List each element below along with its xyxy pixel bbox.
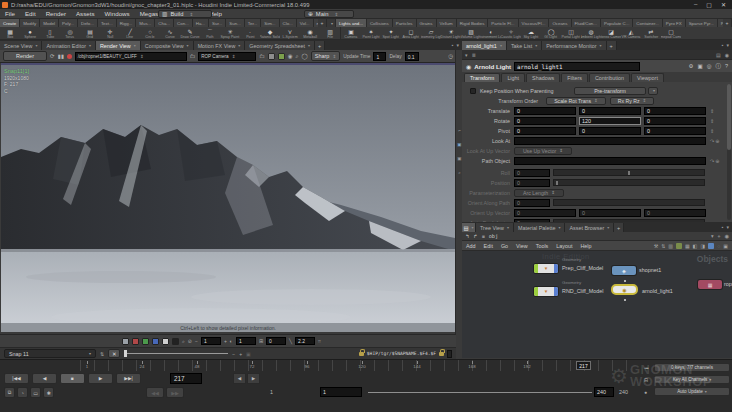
shelf-tool[interactable]: ◉ Metaball — [300, 27, 320, 39]
current-frame-field[interactable]: 217 — [170, 373, 202, 384]
network-menu-item[interactable]: View — [516, 243, 528, 249]
shelf-tab[interactable]: Defo... — [78, 19, 98, 27]
rop-output-select[interactable]: /obj/ropnet1/BEAUTY_CLIFF — [75, 52, 187, 61]
shelf-tool[interactable]: ✎ Draw Curve — [180, 27, 200, 39]
node-output-dot[interactable] — [624, 299, 626, 301]
ladder-icon[interactable]: ⇕ — [710, 108, 714, 114]
shelf-tool[interactable]: ☁ Sky Light — [521, 27, 541, 39]
pane-dropdown-icon[interactable]: ▾ — [726, 224, 729, 230]
shelf-tool[interactable]: ◫ Portal Light — [561, 27, 581, 39]
pane-tab[interactable]: Tree View — [476, 223, 514, 232]
pane-tab[interactable]: Geometry Spreadsheet — [245, 41, 315, 50]
render-viewport[interactable]: Snap11[1] 1920x1080 F: 217 C Ctrl+Left t… — [1, 63, 455, 332]
snapshot-blend-slider[interactable] — [124, 353, 228, 354]
help-icon[interactable]: ? — [725, 63, 728, 70]
node-label[interactable]: ropnet1 — [724, 281, 732, 287]
parm-tab[interactable]: Contribution — [589, 73, 630, 82]
minimize-button[interactable]: – — [694, 1, 697, 8]
zoom-out-icon[interactable]: − — [232, 351, 235, 357]
xform-order-select[interactable]: Scale Rot Trans — [546, 97, 606, 105]
shelf-tab[interactable]: Collisions — [367, 19, 393, 27]
network-menu-item[interactable]: Go — [501, 243, 508, 249]
render-camera-select[interactable]: ROP Camera — [198, 52, 256, 61]
close-button[interactable]: ✕ — [721, 1, 726, 8]
op-path-icon[interactable]: ⊕ — [715, 138, 719, 144]
menu-edit[interactable]: Edit — [25, 10, 36, 17]
network-menu-item[interactable]: Help — [580, 243, 591, 249]
shelf-tool[interactable]: ╱ Line — [120, 27, 140, 39]
folder-icon[interactable]: 🗀 — [190, 53, 196, 59]
shelf-tool[interactable]: ◍ Ambient Light — [581, 27, 601, 39]
pane-tab[interactable]: Take List — [507, 41, 542, 50]
shelf-tab[interactable]: Sparse Pyr... — [686, 19, 718, 27]
flipbook-icon[interactable]: ▭ — [30, 387, 41, 398]
keys-info-button[interactable]: 0 keys, 7/7 channels — [654, 363, 730, 372]
lock-icon[interactable] — [359, 352, 364, 356]
shelf-tool[interactable]: ◪ Stereo Camera — [601, 27, 621, 39]
menu-file[interactable]: File — [5, 10, 15, 17]
shelf-tab[interactable]: Create — [0, 19, 20, 27]
shelf-tab[interactable]: Poly... — [59, 19, 78, 27]
realtime-toggle-icon[interactable]: ⧉ — [4, 387, 15, 398]
blue-channel-icon[interactable] — [152, 338, 159, 345]
red-channel-icon[interactable] — [132, 338, 139, 345]
pre-transform-button[interactable]: Pre-transform — [574, 87, 646, 95]
new-pane-tab-button[interactable]: + — [315, 41, 325, 50]
ladder-icon[interactable]: ⇕ — [710, 128, 714, 134]
search-icon[interactable]: ◎ — [707, 63, 712, 70]
shelf-tab[interactable]: Rigid Bodies — [457, 19, 489, 27]
update-time-field[interactable]: 1 — [373, 52, 386, 61]
pane-tab[interactable]: Motion FX View — [194, 41, 246, 50]
keep-position-checkbox[interactable] — [470, 88, 476, 94]
add-shelf-tab-button-right[interactable]: + — [723, 19, 732, 27]
shelf-tool[interactable]: ▤ Grid — [80, 27, 100, 39]
node-shopnet[interactable]: ◈ — [612, 266, 636, 275]
shelf-tab[interactable]: Viscous/Fl... — [519, 19, 550, 27]
maximize-pane-icon[interactable]: ▣ — [723, 243, 728, 249]
pivot-y-field[interactable]: 0 — [579, 127, 641, 135]
node-label[interactable]: RND_Cliff_Model — [562, 288, 604, 294]
gain-plus-icon[interactable]: + — [224, 338, 227, 344]
pane-tab[interactable]: Scene View — [0, 41, 42, 50]
recent-icon[interactable]: ◉ — [725, 52, 729, 58]
shelf-tab[interactable]: Sim... — [261, 19, 279, 27]
shelf-tab[interactable]: Ha... — [193, 19, 209, 27]
translate-z-field[interactable]: 0 — [644, 107, 706, 115]
pane-menu-icon[interactable]: ▪ — [452, 42, 454, 48]
colorcorrect-toggle-icon[interactable] — [278, 53, 285, 60]
delete-snapshot-button[interactable]: ✕ — [108, 349, 120, 358]
add-shelf-tab-button[interactable]: + — [318, 19, 327, 27]
shelf-tool[interactable]: ⋎ L-System — [280, 27, 300, 39]
pane-menu-icon[interactable]: ▪ — [722, 224, 724, 230]
shelf-tab[interactable]: Vol... — [297, 19, 314, 27]
node-chooser-icon[interactable]: ↷ — [710, 138, 714, 144]
split-v-icon[interactable]: ◨ — [701, 243, 706, 249]
playback-range-slider[interactable] — [368, 392, 592, 393]
parm-tab[interactable]: Filters — [561, 73, 588, 82]
network-editor-canvas[interactable]: Indie Edition Objects Geometry ▼ Prep_Cl… — [462, 251, 732, 358]
pause-icon[interactable]: ▮▮ — [58, 53, 64, 59]
region-icon[interactable]: ◯ — [302, 53, 308, 59]
inspect-pixel-icon[interactable]: ⌕ — [182, 338, 185, 345]
op-path-icon[interactable]: ⊕ — [715, 158, 719, 164]
magnify-icon[interactable]: ⌕ — [295, 53, 298, 60]
stop-button[interactable]: ■ — [60, 373, 85, 384]
find-icon[interactable]: ◌ — [717, 243, 720, 249]
shelf-tool[interactable]: ▥ File — [320, 27, 340, 39]
pane-tab[interactable]: arnold_light1 — [462, 41, 507, 50]
view-icon[interactable] — [708, 243, 714, 249]
pane-tab[interactable]: Asset Browser — [565, 223, 614, 232]
shelf-tool[interactable]: ⇄ Switcher — [641, 27, 661, 39]
refresh-icon[interactable]: ⟳ — [50, 53, 55, 59]
network-menu-item[interactable]: Add — [466, 243, 476, 249]
shelf-overflow-button[interactable] — [327, 19, 336, 27]
clock-icon[interactable]: ◷ — [448, 53, 453, 59]
play-reverse-button[interactable]: ◀ — [32, 373, 57, 384]
grid-icon[interactable]: ▥ — [668, 243, 673, 249]
luma-channel-icon[interactable] — [172, 338, 179, 345]
gain-minus-icon[interactable]: − — [195, 338, 198, 344]
shelf-tab[interactable]: Pyro FX — [663, 19, 686, 27]
shelf-tab[interactable]: Sur... — [209, 19, 226, 27]
node-rnd-cliff[interactable]: ▼ — [534, 287, 558, 296]
filter-mode-select[interactable]: Sharp — [311, 51, 340, 61]
